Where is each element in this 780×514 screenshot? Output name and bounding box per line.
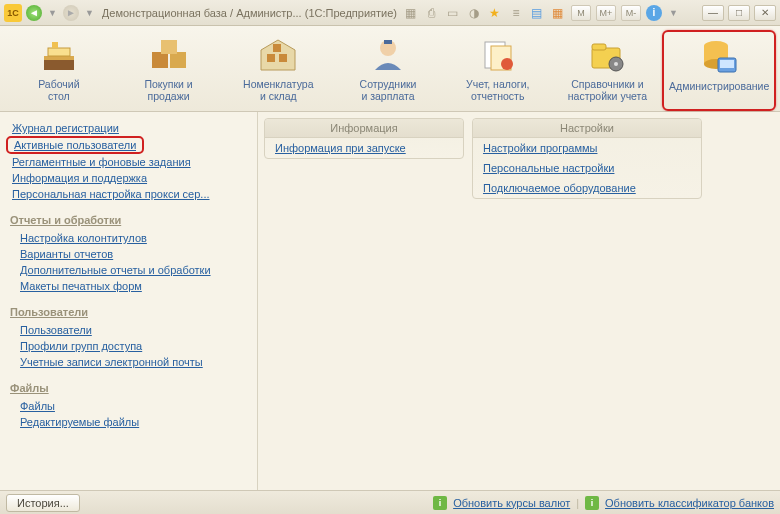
titlebar: 1C ◄ ▼ ► ▼ Демонстрационная база / Админ… [0, 0, 780, 26]
nav-forward-icon[interactable]: ► [63, 5, 79, 21]
nav-back-dropdown-icon[interactable]: ▼ [46, 8, 59, 18]
status-right: i Обновить курсы валют | i Обновить клас… [433, 496, 774, 510]
folder-gear-icon [586, 34, 628, 76]
boxes-icon [148, 34, 190, 76]
panel-info: Информация Информация при запуске [264, 118, 464, 159]
svg-rect-8 [267, 54, 275, 62]
calendar-icon[interactable]: ▦ [550, 5, 566, 21]
section-label: Администрирование [669, 80, 769, 92]
statusbar: История... i Обновить курсы валют | i Об… [0, 490, 780, 514]
panel-link-startup-info[interactable]: Информация при запуске [265, 138, 463, 158]
info-icon[interactable]: i [646, 5, 662, 21]
titlebar-left: 1C ◄ ▼ ► ▼ [4, 4, 96, 22]
svg-rect-1 [44, 60, 74, 70]
sidebar-link-email-accounts[interactable]: Учетные записи электронной почты [8, 354, 251, 370]
panel-link-personal-settings[interactable]: Персональные настройки [473, 158, 701, 178]
status-link-banks[interactable]: Обновить классификатор банков [605, 497, 774, 509]
svg-rect-17 [592, 44, 606, 50]
svg-rect-12 [384, 40, 392, 44]
sidebar-link-access-profiles[interactable]: Профили групп доступа [8, 338, 251, 354]
sidebar-link-scheduled-jobs[interactable]: Регламентные и фоновые задания [8, 154, 251, 170]
close-button[interactable]: ✕ [754, 5, 776, 21]
info-square-icon: i [433, 496, 447, 510]
window-icon[interactable]: ◑ [466, 5, 482, 21]
doc-icon[interactable]: ▭ [445, 5, 461, 21]
sidebar-link-users[interactable]: Пользователи [8, 322, 251, 338]
section-sales[interactable]: Покупки ипродажи [114, 30, 224, 111]
print-icon[interactable]: ⎙ [424, 5, 440, 21]
section-label: Учет, налоги,отчетность [466, 78, 529, 102]
info-square-icon: i [585, 496, 599, 510]
panel-link-program-settings[interactable]: Настройки программы [473, 138, 701, 158]
section-accounting[interactable]: Учет, налоги,отчетность [443, 30, 553, 111]
svg-rect-10 [273, 44, 281, 52]
section-label: Номенклатураи склад [243, 78, 313, 102]
m-plus-button[interactable]: M+ [596, 5, 616, 21]
favorites-icon[interactable]: ★ [487, 5, 503, 21]
section-references[interactable]: Справочники инастройки учета [553, 30, 663, 111]
section-label: Рабочийстол [38, 78, 79, 102]
toolbox-icon[interactable]: ▦ [403, 5, 419, 21]
sidebar-link-journal[interactable]: Журнал регистрации [8, 120, 251, 136]
svg-rect-3 [52, 42, 58, 48]
documents-icon [477, 34, 519, 76]
sidebar-group-files: Файлы [10, 382, 251, 394]
svg-rect-0 [44, 56, 74, 60]
separator: | [576, 497, 579, 509]
content-area: Информация Информация при запуске Настро… [258, 112, 780, 490]
info-dropdown-icon[interactable]: ▼ [667, 8, 680, 18]
svg-rect-4 [152, 52, 168, 68]
panel-settings-title: Настройки [473, 119, 701, 138]
svg-rect-2 [48, 48, 70, 56]
panel-link-equipment[interactable]: Подключаемое оборудование [473, 178, 701, 198]
nav-fwd-dropdown-icon[interactable]: ▼ [83, 8, 96, 18]
panel-info-title: Информация [265, 119, 463, 138]
panel-settings: Настройки Настройки программы Персональн… [472, 118, 702, 199]
sidebar-link-proxy[interactable]: Персональная настройка прокси сер... [8, 186, 251, 202]
sidebar-group-reports: Отчеты и обработки [10, 214, 251, 226]
admin-db-icon [698, 36, 740, 78]
section-label: Справочники инастройки учета [568, 78, 647, 102]
desktop-icon [38, 34, 80, 76]
sidebar: Журнал регистрации Активные пользователи… [0, 112, 258, 490]
section-toolbar: Рабочийстол Покупки ипродажи Номенклатур… [0, 26, 780, 112]
maximize-button[interactable]: □ [728, 5, 750, 21]
sidebar-link-info-support[interactable]: Информация и поддержка [8, 170, 251, 186]
sidebar-link-edited-files[interactable]: Редактируемые файлы [8, 414, 251, 430]
status-link-currency[interactable]: Обновить курсы валют [453, 497, 570, 509]
minimize-button[interactable]: — [702, 5, 724, 21]
section-desktop[interactable]: Рабочийстол [4, 30, 114, 111]
titlebar-tools: ▦ ⎙ ▭ ◑ ★ ≡ ▤ ▦ M M+ M- i ▼ [403, 5, 680, 21]
section-label: Покупки ипродажи [144, 78, 192, 102]
section-stock[interactable]: Номенклатураи склад [223, 30, 333, 111]
m-button[interactable]: M [571, 5, 591, 21]
sidebar-link-additional-reports[interactable]: Дополнительные отчеты и обработки [8, 262, 251, 278]
sidebar-link-files[interactable]: Файлы [8, 398, 251, 414]
m-minus-button[interactable]: M- [621, 5, 641, 21]
section-label: Сотрудникии зарплата [360, 78, 417, 102]
sidebar-link-print-templates[interactable]: Макеты печатных форм [8, 278, 251, 294]
history-button[interactable]: История... [6, 494, 80, 512]
calculator-icon[interactable]: ▤ [529, 5, 545, 21]
app-logo-icon: 1C [4, 4, 22, 22]
svg-rect-24 [720, 60, 734, 68]
sidebar-link-headers[interactable]: Настройка колонтитулов [8, 230, 251, 246]
sidebar-link-report-variants[interactable]: Варианты отчетов [8, 246, 251, 262]
main-area: Журнал регистрации Активные пользователи… [0, 112, 780, 490]
window-controls: — □ ✕ [702, 5, 776, 21]
history-icon[interactable]: ≡ [508, 5, 524, 21]
svg-rect-5 [170, 52, 186, 68]
svg-rect-9 [279, 54, 287, 62]
sidebar-group-users: Пользователи [10, 306, 251, 318]
sidebar-link-active-users[interactable]: Активные пользователи [14, 139, 136, 151]
svg-point-15 [501, 58, 513, 70]
nav-back-icon[interactable]: ◄ [26, 5, 42, 21]
svg-rect-6 [161, 40, 177, 54]
section-employees[interactable]: Сотрудникии зарплата [333, 30, 443, 111]
section-administration[interactable]: Администрирование [662, 30, 776, 111]
warehouse-icon [257, 34, 299, 76]
window-title: Демонстрационная база / Администр... (1С… [102, 7, 397, 19]
svg-point-19 [614, 62, 618, 66]
person-icon [367, 34, 409, 76]
